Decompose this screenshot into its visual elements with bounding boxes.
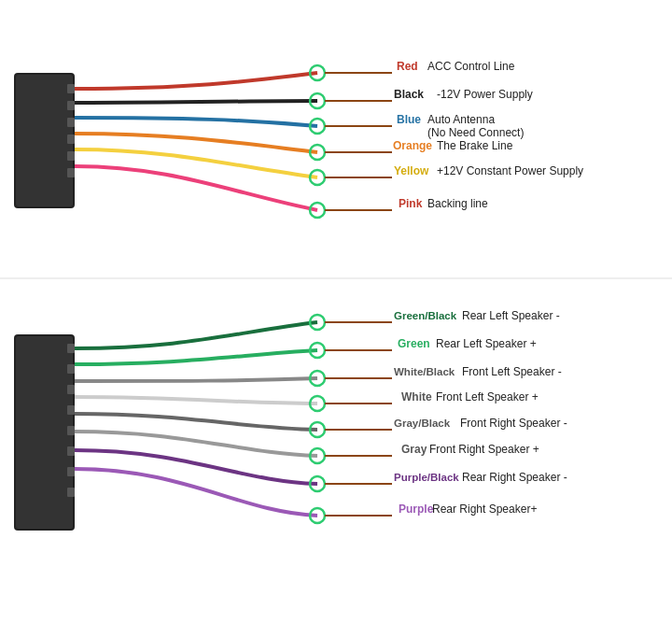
svg-rect-27 bbox=[67, 446, 75, 456]
label-yellow: Yellow bbox=[394, 164, 429, 177]
label-gray: Gray bbox=[401, 443, 427, 456]
wiring-diagram: Red ACC Control Line Black -12V Power Su… bbox=[0, 0, 672, 623]
desc-acc: ACC Control Line bbox=[427, 60, 515, 73]
svg-rect-2 bbox=[67, 84, 75, 93]
label-grayblack: Gray/Black bbox=[394, 418, 451, 429]
svg-rect-6 bbox=[67, 151, 75, 161]
desc-brake: The Brake Line bbox=[437, 139, 513, 152]
desc-fls-pos: Front Left Speaker + bbox=[436, 390, 539, 404]
desc-fls-neg: Front Left Speaker - bbox=[462, 365, 562, 378]
desc-antenna2: (No Need Connect) bbox=[427, 126, 524, 139]
svg-rect-28 bbox=[67, 467, 75, 476]
label-red: Red bbox=[397, 60, 418, 73]
desc-frs-pos: Front Right Speaker + bbox=[429, 443, 539, 456]
desc-rrs-neg: Rear Right Speaker - bbox=[462, 471, 567, 484]
svg-rect-23 bbox=[67, 364, 75, 374]
label-pink: Pink bbox=[399, 197, 423, 210]
svg-rect-26 bbox=[67, 426, 75, 435]
label-whiteblack: White/Black bbox=[394, 366, 455, 377]
desc-backing: Backing line bbox=[427, 197, 488, 210]
desc-frs-neg: Front Right Speaker - bbox=[460, 417, 567, 430]
svg-rect-0 bbox=[0, 0, 672, 623]
desc-12v-const: +12V Constant Power Supply bbox=[437, 164, 583, 177]
label-green: Green bbox=[398, 337, 430, 350]
svg-rect-22 bbox=[67, 344, 75, 353]
svg-rect-5 bbox=[67, 135, 75, 144]
label-purple: Purple bbox=[399, 503, 434, 516]
svg-rect-4 bbox=[67, 118, 75, 127]
label-purpleblack: Purple/Black bbox=[394, 472, 459, 483]
desc-12v: -12V Power Supply bbox=[437, 88, 533, 101]
svg-rect-29 bbox=[67, 488, 75, 497]
svg-rect-24 bbox=[67, 385, 75, 394]
svg-rect-3 bbox=[67, 101, 75, 110]
svg-rect-21 bbox=[16, 336, 73, 529]
label-blue: Blue bbox=[397, 113, 421, 126]
desc-antenna: Auto Antenna bbox=[427, 113, 495, 126]
label-greenblack: Green/Black bbox=[394, 310, 457, 321]
svg-rect-25 bbox=[67, 405, 75, 415]
svg-rect-7 bbox=[67, 168, 75, 177]
desc-rrs-pos: Rear Right Speaker+ bbox=[432, 503, 537, 516]
label-orange: Orange bbox=[393, 139, 432, 152]
label-black: Black bbox=[394, 88, 424, 101]
desc-rls-pos: Rear Left Speaker + bbox=[436, 337, 537, 350]
desc-rls-neg: Rear Left Speaker - bbox=[462, 309, 560, 322]
svg-rect-1 bbox=[16, 75, 73, 206]
label-white: White bbox=[401, 390, 432, 404]
